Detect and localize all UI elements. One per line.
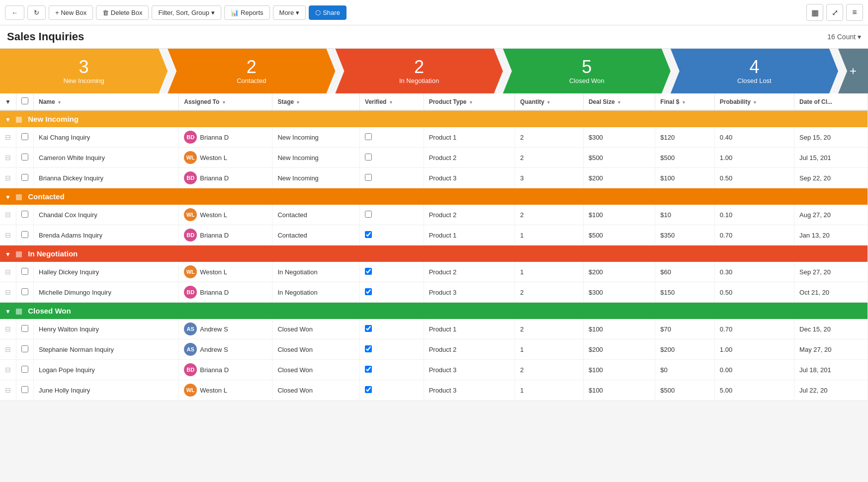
verified-checkbox[interactable] (365, 231, 372, 238)
row-checkbox-cell (16, 168, 34, 188)
verified-checkbox[interactable] (365, 154, 372, 161)
row-probability: 0.70 (714, 225, 794, 245)
row-checkbox[interactable] (21, 174, 28, 181)
row-checkbox[interactable] (21, 154, 28, 161)
more-button[interactable]: More ▾ (273, 5, 306, 20)
row-final: $60 (655, 262, 714, 282)
verified-checkbox[interactable] (365, 174, 372, 181)
drag-handle[interactable]: ⊟ (0, 282, 16, 303)
verified-filter-icon[interactable]: ▾ (390, 100, 392, 105)
row-verified (360, 205, 424, 225)
row-checkbox[interactable] (21, 211, 28, 218)
row-checkbox[interactable] (21, 366, 28, 373)
row-name[interactable]: Brenda Adams Inquiry (34, 225, 179, 245)
group-caret-in-negotiation[interactable]: ▼ (5, 251, 11, 258)
th-quantity: Quantity ▾ (515, 93, 584, 110)
drag-handle[interactable]: ⊟ (0, 225, 16, 245)
verified-checkbox[interactable] (365, 325, 372, 332)
list-view-button[interactable]: ≡ (846, 4, 863, 21)
verified-checkbox[interactable] (365, 288, 372, 295)
row-deal-size: $300 (583, 127, 655, 148)
pipeline-stage-closed-lost[interactable]: 4Closed Lost (671, 49, 838, 93)
final-filter-icon[interactable]: ▾ (683, 100, 685, 105)
group-caret-contacted[interactable]: ▼ (5, 194, 11, 201)
th-date: Date of Cl... (794, 93, 868, 110)
back-button[interactable]: ← (5, 5, 24, 20)
drag-handle[interactable]: ⊟ (0, 380, 16, 401)
row-final: $500 (655, 148, 714, 168)
verified-checkbox[interactable] (365, 211, 372, 218)
drag-handle[interactable]: ⊟ (0, 319, 16, 339)
stage-filter-icon[interactable]: ▾ (297, 100, 299, 105)
count-dropdown-icon: ▾ (858, 33, 861, 41)
row-quantity: 1 (515, 225, 584, 245)
drag-handle[interactable]: ⊟ (0, 168, 16, 188)
row-checkbox[interactable] (21, 231, 28, 238)
row-name[interactable]: June Holly Inquiry (34, 380, 179, 401)
row-checkbox[interactable] (21, 325, 28, 332)
prob-filter-icon[interactable]: ▾ (754, 100, 756, 105)
product-filter-icon[interactable]: ▾ (470, 100, 472, 105)
row-quantity: 2 (515, 127, 584, 148)
row-deal-size: $200 (583, 339, 655, 360)
group-caret-closed-won[interactable]: ▼ (5, 308, 11, 315)
assigned-filter-icon[interactable]: ▾ (223, 100, 225, 105)
count-label-text: Count (837, 33, 856, 41)
select-all-checkbox[interactable] (21, 97, 28, 104)
caret-icon[interactable]: ▼ (5, 98, 11, 105)
row-name[interactable]: Kai Chang Inquiry (34, 127, 179, 148)
row-verified (360, 225, 424, 245)
pipeline-stage-closed-won[interactable]: 5Closed Won (503, 49, 671, 93)
row-checkbox[interactable] (21, 133, 28, 140)
row-final: $350 (655, 225, 714, 245)
row-name[interactable]: Brianna Dickey Inquiry (34, 168, 179, 188)
count-badge[interactable]: 16 Count ▾ (827, 33, 861, 41)
add-stage-button[interactable]: + (838, 49, 868, 93)
deal-filter-icon[interactable]: ▾ (618, 100, 620, 105)
verified-checkbox[interactable] (365, 133, 372, 140)
drag-handle[interactable]: ⊟ (0, 339, 16, 360)
drag-handle[interactable]: ⊟ (0, 148, 16, 168)
reports-button[interactable]: 📊 Reports (224, 5, 270, 20)
delete-box-button[interactable]: 🗑 Delete Box (96, 5, 149, 20)
filter-sort-group-button[interactable]: Filter, Sort, Group ▾ (152, 5, 221, 20)
row-name[interactable]: Michelle Dimungo Inquiry (34, 282, 179, 303)
verified-checkbox[interactable] (365, 268, 372, 275)
row-name[interactable]: Cameron White Inquiry (34, 148, 179, 168)
verified-checkbox[interactable] (365, 345, 372, 352)
back-icon: ← (11, 9, 18, 16)
grid-view-button[interactable]: ▦ (806, 4, 823, 21)
row-checkbox[interactable] (21, 288, 28, 295)
pipeline-stage-new-incoming[interactable]: 3New Incoming (0, 49, 168, 93)
group-caret-new-incoming[interactable]: ▼ (5, 116, 11, 123)
row-name[interactable]: Halley Dickey Inquiry (34, 262, 179, 282)
refresh-button[interactable]: ↻ (27, 5, 46, 20)
qty-filter-icon[interactable]: ▾ (547, 100, 550, 105)
row-checkbox[interactable] (21, 345, 28, 352)
table-row: ⊟ Michelle Dimungo Inquiry BD Brianna D … (0, 282, 868, 303)
drag-handle[interactable]: ⊟ (0, 127, 16, 148)
row-assigned-to: WL Weston L (179, 380, 272, 401)
row-name[interactable]: Henry Walton Inquiry (34, 319, 179, 339)
drag-handle[interactable]: ⊟ (0, 360, 16, 380)
verified-checkbox[interactable] (365, 366, 372, 373)
pipeline-stage-contacted[interactable]: 2Contacted (168, 49, 335, 93)
row-name[interactable]: Logan Pope Inquiry (34, 360, 179, 380)
row-name[interactable]: Stephanie Norman Inquiry (34, 339, 179, 360)
row-stage: Closed Won (272, 339, 360, 360)
expand-view-button[interactable]: ⤢ (826, 4, 843, 21)
page-header: Sales Inquiries 16 Count ▾ (0, 25, 868, 49)
th-handle: ▼ (0, 93, 16, 110)
drag-handle[interactable]: ⊟ (0, 262, 16, 282)
verified-checkbox[interactable] (365, 386, 372, 393)
new-box-button[interactable]: + New Box (49, 5, 93, 20)
share-button[interactable]: ⬡ Share (309, 5, 347, 20)
drag-handle[interactable]: ⊟ (0, 205, 16, 225)
row-quantity: 2 (515, 319, 584, 339)
row-date: Sep 22, 20 (794, 168, 868, 188)
pipeline-stage-in-negotiation[interactable]: 2In Negotiation (335, 49, 503, 93)
row-checkbox[interactable] (21, 268, 28, 275)
row-name[interactable]: Chandal Cox Inquiry (34, 205, 179, 225)
row-checkbox[interactable] (21, 386, 28, 393)
name-filter-icon[interactable]: ▾ (58, 100, 61, 105)
